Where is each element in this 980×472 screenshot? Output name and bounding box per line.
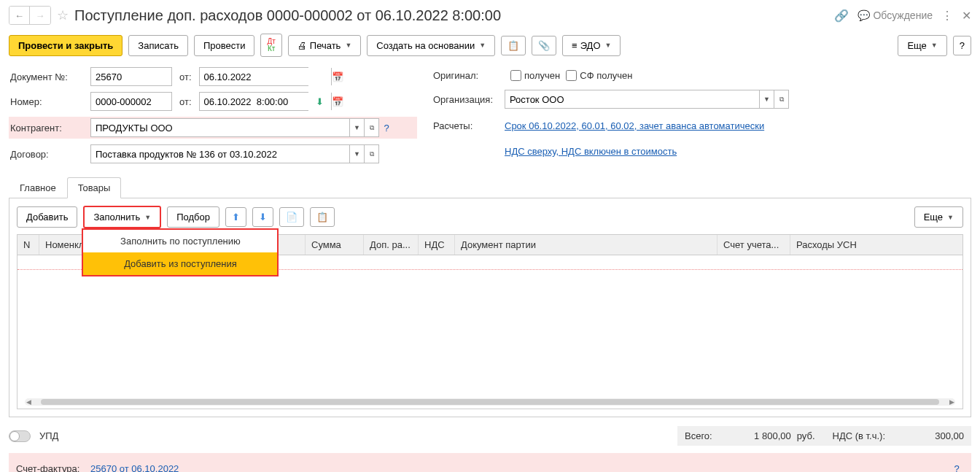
chevron-down-icon: ▼ — [605, 42, 612, 49]
edo-label: ЭДО — [580, 40, 601, 51]
org-label: Организация: — [432, 91, 505, 108]
attach-button[interactable]: 📎 — [532, 36, 556, 55]
close-icon[interactable]: ✕ — [962, 9, 971, 23]
calc-link[interactable]: Срок 06.10.2022, 60.01, 60.02, зачет ава… — [505, 120, 764, 131]
discuss-label: Обсуждение — [873, 9, 933, 21]
open-icon[interactable]: ⧉ — [774, 90, 788, 108]
printer-icon: 🖨 — [298, 40, 307, 51]
move-down-button[interactable]: ⬇ — [252, 207, 273, 227]
col-batch-doc[interactable]: Документ партии — [455, 235, 718, 255]
table-body[interactable] — [18, 255, 962, 401]
dtkt-button[interactable]: ДтКт — [260, 34, 281, 57]
col-sum[interactable]: Сумма — [306, 235, 364, 255]
print-button[interactable]: 🖨 Печать ▼ — [288, 35, 362, 56]
calendar-icon[interactable]: 📅 — [331, 68, 343, 85]
contract-label: Договор: — [9, 146, 90, 163]
tab-main[interactable]: Главное — [9, 177, 67, 198]
edo-button[interactable]: ≡ ЭДО ▼ — [562, 35, 621, 56]
calendar-icon[interactable]: 📅 — [331, 93, 343, 110]
menu-item-add-from-receipt[interactable]: Добавить из поступления — [83, 252, 277, 275]
invoice-help[interactable]: ? — [949, 459, 964, 472]
chevron-down-icon[interactable]: ▼ — [759, 90, 774, 108]
open-icon[interactable]: ⧉ — [364, 119, 378, 136]
add-button[interactable]: Добавить — [17, 206, 77, 228]
vat-link[interactable]: НДС сверху, НДС включен в стоимость — [505, 146, 677, 157]
download-icon[interactable]: ⬇ — [316, 96, 324, 107]
vat-total-label: НДС (в т.ч.): — [833, 430, 886, 441]
window-title: Поступление доп. расходов 0000-000002 от… — [74, 7, 828, 24]
help-button[interactable]: ? — [953, 36, 971, 55]
chevron-down-icon[interactable]: ▼ — [349, 119, 364, 136]
contractor-label: Контрагент: — [9, 120, 90, 136]
paperclip-icon: 📎 — [538, 40, 550, 51]
horizontal-scrollbar[interactable]: ◀ ▶ — [25, 398, 955, 406]
col-vat[interactable]: НДС — [419, 235, 455, 255]
post-button[interactable]: Провести — [194, 35, 255, 56]
open-icon[interactable]: ⧉ — [364, 145, 378, 163]
org-input[interactable] — [505, 90, 759, 108]
post-and-close-button[interactable]: Провести и закрыть — [9, 35, 122, 56]
vat-total-value: 300,00 — [891, 430, 964, 441]
col-add-exp[interactable]: Доп. ра... — [364, 235, 419, 255]
fill-label: Заполнить — [93, 212, 140, 223]
fill-button[interactable]: Заполнить ▼ — [83, 206, 161, 228]
contract-input[interactable] — [91, 145, 349, 163]
toggle-knob — [9, 431, 20, 441]
chevron-down-icon: ▼ — [947, 214, 954, 221]
link-icon[interactable]: 🔗 — [834, 9, 849, 23]
number-label: Номер: — [9, 93, 90, 110]
menu-item-fill-by-receipt[interactable]: Заполнить по поступлению — [83, 230, 277, 252]
chevron-down-icon: ▼ — [144, 214, 151, 221]
create-based-on-button[interactable]: Создать на основании ▼ — [367, 35, 495, 56]
calc-label: Расчеты: — [432, 117, 505, 134]
edo-icon: ≡ — [572, 40, 578, 51]
number-date-input[interactable] — [200, 93, 331, 110]
kebab-menu-icon[interactable]: ⋮ — [941, 9, 953, 23]
col-account[interactable]: Счет учета... — [718, 235, 790, 255]
move-up-button[interactable]: ⬆ — [225, 207, 246, 227]
paste-button[interactable]: 📋 — [310, 207, 335, 227]
invoice-link[interactable]: 25670 от 06.10.2022 — [90, 463, 179, 473]
received-checkbox[interactable] — [510, 70, 521, 81]
tab-goods[interactable]: Товары — [67, 177, 122, 198]
chevron-down-icon[interactable]: ▼ — [349, 145, 364, 163]
nav-forward-button[interactable]: → — [30, 7, 50, 24]
scrollbar-thumb[interactable] — [41, 399, 939, 405]
favorite-star-icon[interactable]: ☆ — [57, 7, 69, 23]
create-based-label: Создать на основании — [376, 40, 475, 51]
tab-more-button[interactable]: Еще ▼ — [914, 206, 963, 228]
more-button[interactable]: Еще ▼ — [898, 35, 946, 56]
related-docs-button[interactable]: 📋 — [501, 36, 526, 55]
chevron-down-icon: ▼ — [479, 42, 486, 49]
sf-received-checkbox[interactable] — [566, 70, 577, 81]
from-label-1: от: — [172, 71, 199, 82]
more-label: Еще — [907, 40, 926, 51]
contractor-input[interactable] — [91, 119, 349, 136]
tab-more-label: Еще — [924, 212, 943, 223]
copy-button[interactable]: 📄 — [279, 207, 304, 227]
chat-icon: 💬 — [858, 9, 870, 21]
save-button[interactable]: Записать — [128, 35, 188, 56]
doc-date-input[interactable] — [200, 68, 331, 85]
chevron-down-icon: ▼ — [345, 42, 351, 49]
col-n[interactable]: N — [18, 235, 39, 255]
scroll-right-icon[interactable]: ▶ — [948, 398, 955, 406]
original-label: Оригинал: — [432, 67, 505, 84]
total-value: 1 800,00 — [718, 430, 791, 441]
received-label: получен — [524, 70, 560, 81]
number-input[interactable] — [90, 92, 172, 111]
fill-dropdown-menu: Заполнить по поступлению Добавить из пос… — [82, 228, 279, 276]
select-button[interactable]: Подбор — [167, 206, 219, 228]
nav-back-button[interactable]: ← — [9, 7, 30, 24]
col-usn-exp[interactable]: Расходы УСН — [790, 235, 962, 255]
sf-received-checkbox-wrap[interactable]: СФ получен — [566, 70, 632, 81]
contractor-help[interactable]: ? — [379, 118, 394, 137]
sf-received-label: СФ получен — [580, 70, 632, 81]
scroll-left-icon[interactable]: ◀ — [25, 398, 32, 406]
received-checkbox-wrap[interactable]: получен — [510, 70, 560, 81]
upd-toggle[interactable] — [9, 430, 31, 442]
invoice-label: Счет-фактура: — [16, 463, 90, 473]
chevron-down-icon: ▼ — [931, 42, 938, 49]
doc-num-input[interactable] — [90, 67, 172, 86]
discuss-button[interactable]: 💬 Обсуждение — [858, 9, 933, 21]
